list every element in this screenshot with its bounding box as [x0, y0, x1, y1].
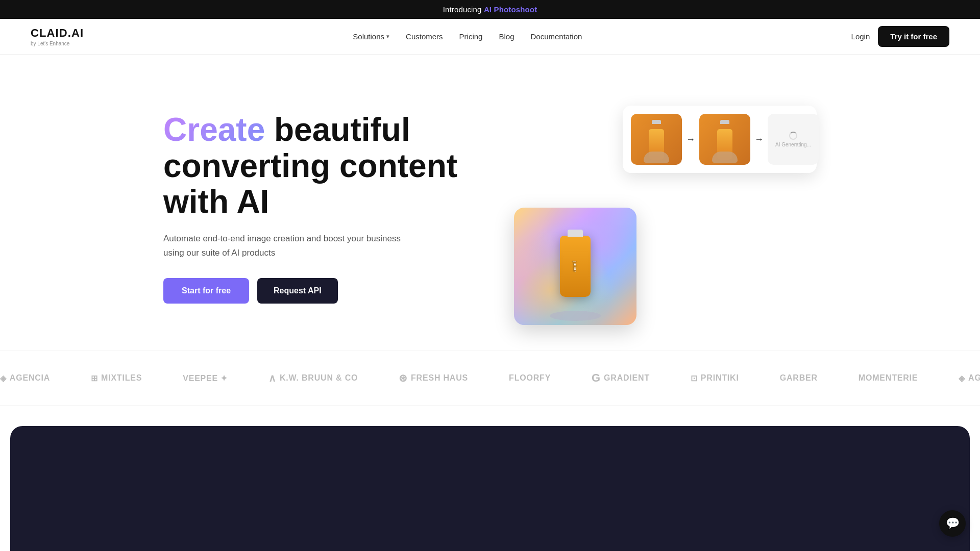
nav-customers[interactable]: Customers — [406, 32, 443, 41]
banner-prefix: Introducing — [443, 5, 484, 14]
mixtiles-icon: ⊞ — [91, 373, 98, 383]
logo-agencia-dup: ◈ AGENCIA — [959, 373, 980, 383]
logo-agencia: ◈ AGENCIA — [0, 373, 50, 383]
arrow-icon-2: → — [754, 134, 764, 145]
logo-momenterie: momenterie — [859, 373, 918, 383]
logo-link[interactable]: CLAID.AI by Let's Enhance — [31, 27, 84, 47]
bottle-label: juice — [573, 261, 578, 272]
nav-links: Solutions ▾ Customers Pricing Blog Docum… — [353, 32, 582, 41]
logo-printiki: ⊡ Printiki — [691, 373, 739, 383]
solutions-dropdown[interactable]: Solutions ▾ — [353, 32, 389, 41]
sequence-card: → → AI Generating... — [623, 106, 817, 173]
agencia-icon: ◈ — [0, 373, 7, 383]
dark-section — [10, 426, 970, 551]
logos-inner: ◈ AGENCIA ⊞ MIXTILES Veepee ✦ ∧ K.W. BRU… — [0, 371, 980, 385]
logos-strip: ◈ AGENCIA ⊞ MIXTILES Veepee ✦ ∧ K.W. BRU… — [0, 350, 980, 406]
login-button[interactable]: Login — [851, 32, 870, 41]
ai-generating-box: AI Generating... — [768, 114, 819, 165]
cropped-juice-image — [699, 114, 750, 165]
banner-highlight[interactable]: AI Photoshoot — [484, 5, 537, 14]
logo-text: CLAID.AI — [31, 27, 84, 40]
try-free-button[interactable]: Try it for free — [878, 26, 949, 47]
chat-icon: 💬 — [946, 517, 960, 530]
logo-veepee: Veepee ✦ — [183, 373, 228, 383]
generated-bottle: juice — [560, 236, 591, 297]
nav-actions: Login Try it for free — [851, 26, 949, 47]
gradient-g-icon: G — [592, 371, 601, 385]
hero-title-create: Create — [163, 111, 265, 148]
start-free-button[interactable]: Start for free — [163, 278, 249, 304]
logo-floorfy: FLOORFY — [509, 373, 551, 383]
pedestal — [550, 311, 601, 321]
agencia-icon-dup: ◈ — [959, 373, 965, 383]
hero-left: Create beautiful converting content with… — [163, 112, 523, 304]
ai-generating-text: AI Generating... — [775, 142, 811, 147]
logo-garber: GARBER — [780, 373, 818, 383]
printiki-icon: ⊡ — [691, 373, 698, 383]
original-juice-image — [631, 114, 682, 165]
logo-gradient: G Gradient — [592, 371, 650, 385]
hero-title: Create beautiful converting content with… — [163, 112, 523, 219]
hero-subtitle: Automate end-to-end image creation and b… — [163, 232, 408, 259]
sequence-image-1 — [631, 114, 682, 165]
sequence-image-3: AI Generating... — [768, 114, 819, 165]
sequence-image-2 — [699, 114, 750, 165]
generated-image: juice — [514, 208, 636, 325]
solutions-label: Solutions — [353, 32, 384, 41]
logo-sub: by Let's Enhance — [31, 41, 84, 47]
logo-mixtiles: ⊞ MIXTILES — [91, 373, 142, 383]
nav-pricing[interactable]: Pricing — [459, 32, 483, 41]
logo-kwbruun: ∧ K.W. BRUUN & CO — [268, 372, 358, 384]
logo-freshhaus: ⊛ FRESH HAUS — [399, 372, 468, 384]
hero-section: Create beautiful converting content with… — [133, 55, 847, 350]
chat-button[interactable]: 💬 — [939, 510, 966, 537]
request-api-button[interactable]: Request API — [257, 278, 338, 304]
hero-buttons: Start for free Request API — [163, 278, 523, 304]
hero-right: → → AI Generating... juice — [529, 106, 817, 310]
generated-card: juice — [514, 208, 636, 325]
nav-blog[interactable]: Blog — [499, 32, 514, 41]
top-banner: Introducing AI Photoshoot — [0, 0, 980, 19]
navbar: CLAID.AI by Let's Enhance Solutions ▾ Cu… — [0, 19, 980, 55]
ai-spinner-icon — [789, 132, 797, 140]
nav-documentation[interactable]: Documentation — [530, 32, 582, 41]
arrow-icon-1: → — [686, 134, 695, 145]
chevron-down-icon: ▾ — [386, 33, 389, 40]
